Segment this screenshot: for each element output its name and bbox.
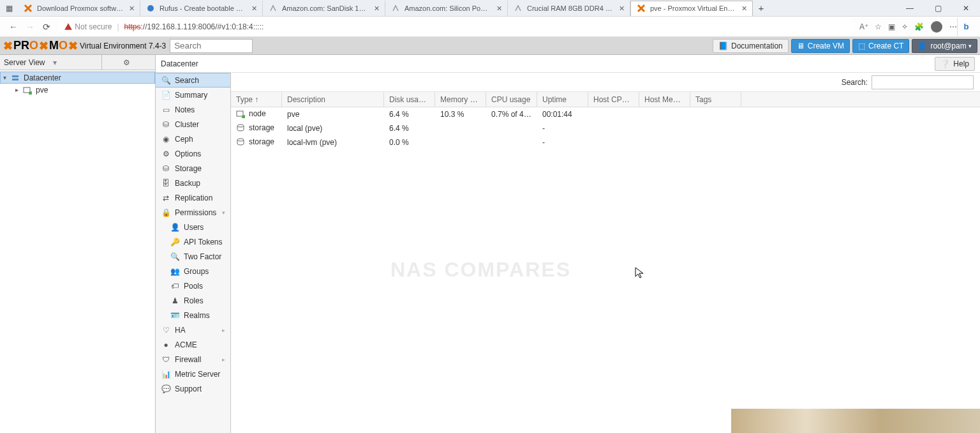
new-tab-button[interactable]: + [753,3,769,13]
sidebar-item-label: Permissions [175,208,216,217]
chevron-down-icon[interactable]: ▾ [53,58,102,67]
sidebar-item-options[interactable]: ⚙Options [156,146,230,161]
sidebar-item-icon: ⛁ [161,120,171,129]
window-close-icon[interactable]: ✕ [952,0,980,17]
sidebar-item-users[interactable]: 👤Users [156,220,230,234]
sidebar-item-permissions[interactable]: 🔒Permissions▾ [156,205,230,220]
browser-tab[interactable]: Amazon.com: Silicon Power 256✕ [385,1,508,16]
gear-icon[interactable]: ⚙ [101,55,151,70]
user-menu-button[interactable]: 👤root@pam ▾ [912,39,977,53]
documentation-button[interactable]: 📘Documentation [713,39,789,53]
tab-overview-icon[interactable]: ▦ [0,0,18,17]
favicon [23,3,33,13]
sidebar-item-cluster[interactable]: ⛁Cluster [156,117,230,132]
sidebar-item-pools[interactable]: 🏷Pools [156,278,230,293]
favorites-icon[interactable]: ☆ [875,22,882,31]
grid-search-input[interactable] [872,75,974,89]
sidebar-item-metric-server[interactable]: 📊Metric Server [156,367,230,381]
sidebar-item-backup[interactable]: 🗄Backup [156,176,230,190]
browser-tab[interactable]: Amazon.com: SanDisk 16GB Ult✕ [263,1,385,16]
read-aloud-icon[interactable]: A⁺ [859,22,868,31]
resource-grid: Type ↑DescriptionDisk usage...Memory us.… [231,92,980,433]
browser-tab[interactable]: Crucial RAM 8GB DDR4 3200MH✕ [508,1,630,16]
tree-view-selector[interactable]: Server View ▾ ⚙ [0,55,155,70]
column-header[interactable]: Disk usage... [384,92,435,107]
close-icon[interactable]: ✕ [249,4,258,13]
sidebar-item-label: API Tokens [184,238,222,247]
column-header[interactable]: CPU usage [486,92,537,107]
window-minimize-icon[interactable]: — [896,0,924,17]
close-icon[interactable]: ✕ [494,4,503,13]
sidebar-item-notes[interactable]: ▭Notes [156,102,230,117]
browser-navbar: ← → ⟳ Not secure | https://192.168.1.119… [0,17,980,37]
collections-icon[interactable]: ✧ [902,22,908,31]
sidebar-item-firewall[interactable]: 🛡Firewall▸ [156,352,230,367]
table-cell: storage [231,135,282,151]
create-vm-button[interactable]: 🖥Create VM [791,39,850,53]
table-row[interactable]: nodepve6.4 %10.3 %0.7% of 4 ...00:01:44 [231,107,980,121]
column-header[interactable]: Memory us... [435,92,486,107]
tree-collapse-icon[interactable]: ▾ [3,74,11,81]
sidebar-item-api-tokens[interactable]: 🔑API Tokens [156,234,230,249]
not-secure-indicator[interactable]: Not secure [64,22,112,31]
extensions-icon[interactable]: 🧩 [914,22,924,31]
sidebar-item-icon: ● [161,340,171,349]
sidebar-item-support[interactable]: 💬Support [156,381,230,396]
close-icon[interactable]: ✕ [372,4,381,13]
sidebar-item-icon: 🪪 [170,311,180,320]
column-header[interactable]: Host Mem... [639,92,690,107]
app-header: ✖PRO✖MO✖ Virtual Environment 7.4-3 📘Docu… [0,37,980,55]
sidebar-item-summary[interactable]: 📄Summary [156,87,230,102]
sidebar-item-roles[interactable]: ♟Roles [156,293,230,308]
bing-sidebar-icon[interactable]: b [957,18,975,36]
window-maximize-icon[interactable]: ▢ [924,0,952,17]
table-row[interactable]: storagelocal (pve)6.4 %- [231,121,980,135]
sidebar-item-replication[interactable]: ⇄Replication [156,190,230,205]
table-row[interactable]: storagelocal-lvm (pve)0.0 %- [231,135,980,149]
sidebar-item-label: Cluster [175,120,199,129]
column-header[interactable]: Tags [690,92,741,107]
column-header[interactable]: Host CPU ... [588,92,639,107]
sidebar-item-icon: 🔍 [170,252,180,261]
help-button[interactable]: ❔Help [935,57,975,71]
global-search-input[interactable] [170,39,253,53]
menu-icon[interactable]: ⋯ [949,22,957,31]
sidebar-item-label: ACME [175,340,197,349]
cube-icon: ⬚ [858,42,865,50]
sidebar-item-storage[interactable]: ⛁Storage [156,161,230,176]
sidebar-item-two-factor[interactable]: 🔍Two Factor [156,249,230,264]
proxmox-logo[interactable]: ✖PRO✖MO✖ [3,39,78,53]
column-header[interactable]: Type ↑ [231,92,282,107]
sidebar-item-icon: 🏷 [170,282,180,291]
sidebar-item-ha[interactable]: ♡HA▸ [156,323,230,337]
sidebar-item-realms[interactable]: 🪪Realms [156,308,230,323]
sidebar-item-acme[interactable]: ●ACME [156,337,230,352]
address-bar[interactable]: Not secure | https://192.168.1.119:8006/… [59,19,856,35]
sidebar-item-label: Realms [184,311,210,320]
tree-item-node[interactable]: ▸ pve [0,84,155,96]
column-header[interactable]: Description [282,92,384,107]
profile-avatar[interactable] [930,20,943,33]
table-cell: local-lvm (pve) [282,135,384,149]
sidebar-item-icon: ♟ [170,296,180,305]
column-header[interactable]: Uptime [537,92,588,107]
tree-expand-icon[interactable]: ▸ [15,86,23,93]
sidebar-item-groups[interactable]: 👥Groups [156,264,230,278]
sidebar-item-label: Options [175,149,201,158]
tab-title: pve - Proxmox Virtual Environme [650,4,737,12]
browser-tab-active[interactable]: pve - Proxmox Virtual Environme✕ [630,1,753,16]
background-photo-overlay [731,409,980,433]
tree-item-datacenter[interactable]: ▾ Datacenter [0,72,155,84]
create-ct-button[interactable]: ⬚Create CT [852,39,909,53]
split-screen-icon[interactable]: ▣ [888,22,895,31]
reload-button[interactable]: ⟳ [38,19,55,35]
close-icon[interactable]: ✕ [127,4,136,13]
browser-tab[interactable]: Download Proxmox software, do✕ [18,1,140,16]
close-icon[interactable]: ✕ [617,4,626,13]
sidebar-item-search[interactable]: 🔍Search [156,73,230,87]
browser-tab[interactable]: Rufus - Create bootable USB dri✕ [140,1,263,16]
table-cell: 6.4 % [384,121,435,135]
close-icon[interactable]: ✕ [739,4,748,13]
sidebar-item-ceph[interactable]: ◉Ceph [156,132,230,146]
back-button[interactable]: ← [5,19,22,35]
